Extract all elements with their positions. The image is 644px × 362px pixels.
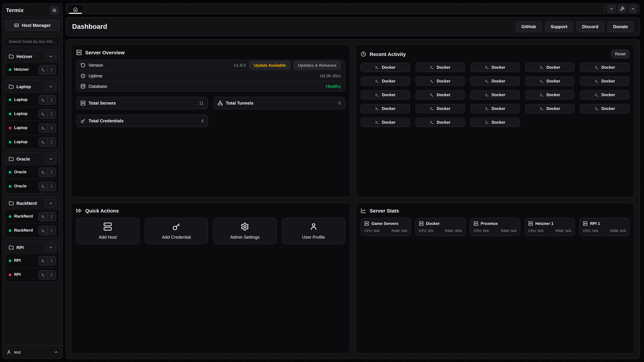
admin-settings-button[interactable]: Admin Settings [213,218,276,244]
host-menu-button[interactable] [47,256,56,265]
host-terminal-button[interactable] [39,65,47,74]
activity-item-button[interactable]: Docker [580,90,630,99]
activity-item-button[interactable]: Docker [525,63,575,72]
host-row[interactable]: Laptop [5,135,59,149]
host-terminal-button[interactable] [39,226,47,235]
activity-item-button[interactable]: Docker [525,104,575,113]
host-menu-button[interactable] [47,226,56,235]
host-menu-button[interactable] [47,123,56,132]
support-button[interactable]: Support [545,21,573,32]
user-profile-button[interactable]: User Profile [282,218,345,244]
donate-button[interactable]: Donate [608,21,634,32]
user-menu[interactable]: test [2,345,62,359]
host-menu-button[interactable] [47,138,56,146]
host-actions [38,167,56,177]
user-icon [309,222,318,231]
line-chart-icon [360,208,366,214]
update-available-button[interactable]: Update Available [250,61,290,69]
host-menu-button[interactable] [47,270,56,279]
host-row[interactable]: RPI [5,253,59,268]
host-row[interactable]: Oracle [5,179,59,193]
activity-item-button[interactable]: Docker [470,118,520,127]
server-icon [583,221,588,226]
host-menu-button[interactable] [47,95,56,104]
host-terminal-button[interactable] [39,123,47,132]
activity-item-button[interactable]: Docker [360,63,410,72]
host-row[interactable]: Laptop [5,92,59,107]
folder-collapse-button[interactable] [45,82,56,91]
activity-item-button[interactable]: Docker [580,63,630,72]
host-search-input[interactable] [5,36,60,46]
folder-header[interactable]: RackNerd [5,197,59,209]
tab-scroll-up-button[interactable] [629,5,637,13]
updates-releases-button[interactable]: Updates & Releases [294,61,341,69]
folder-header[interactable]: Hetzner [5,50,59,62]
activity-item-button[interactable]: Docker [416,63,465,72]
database-icon [80,84,86,89]
host-terminal-button[interactable] [39,138,47,146]
host-actions [38,123,56,133]
terminal-icon [41,126,45,130]
activity-item-button[interactable]: Docker [360,90,410,99]
host-menu-button[interactable] [47,212,56,221]
activity-item-button[interactable]: Docker [416,90,465,99]
discord-button[interactable]: Discord [576,21,604,32]
activity-item-button[interactable]: Docker [580,76,630,86]
host-terminal-button[interactable] [39,212,47,221]
host-terminal-button[interactable] [39,270,47,279]
host-row[interactable]: RPI [5,268,59,282]
host-manager-button[interactable]: Host Manager [5,20,60,31]
host-row[interactable]: Oracle [5,165,59,179]
activity-item-button[interactable]: Docker [580,104,630,113]
folder-collapse-button[interactable] [45,155,56,163]
activity-item-button[interactable]: Docker [360,118,410,127]
host-terminal-button[interactable] [39,182,47,191]
tab-scroll-down-button[interactable] [608,5,616,13]
folder-header[interactable]: Laptop [5,80,59,92]
activity-item-button[interactable]: Docker [525,90,575,99]
tools-button[interactable] [618,5,626,13]
host-menu-button[interactable] [47,182,56,191]
host-menu-button[interactable] [47,65,56,74]
add-host-button[interactable]: Add Host [76,218,139,244]
host-terminal-button[interactable] [39,168,47,176]
host-row[interactable]: RackNerd [5,223,59,237]
activity-item-button[interactable]: Docker [416,76,465,86]
host-actions [38,182,56,191]
host-terminal-button[interactable] [39,109,47,118]
folder-collapse-button[interactable] [45,199,56,207]
activity-item-button[interactable]: Docker [470,76,520,86]
host-row[interactable]: Hetzner [5,62,59,76]
folder-collapse-button[interactable] [45,243,56,252]
activity-item-button[interactable]: Docker [360,76,410,86]
activity-item-button[interactable]: Docker [416,104,465,113]
host-menu-button[interactable] [47,168,56,176]
terminal-icon [41,112,45,116]
folder-collapse-button[interactable] [45,52,56,61]
activity-item-button[interactable]: Docker [360,104,410,113]
folder-header[interactable]: Oracle [5,153,59,165]
host-row[interactable]: RackNerd [5,209,59,223]
host-terminal-button[interactable] [39,95,47,104]
reset-button[interactable]: Reset [611,50,630,58]
host-terminal-button[interactable] [39,256,47,265]
host-menu-button[interactable] [47,109,56,118]
host-row[interactable]: Laptop [5,121,59,135]
host-status-dot [9,68,12,71]
activity-item-button[interactable]: Docker [470,90,520,99]
activity-item-button[interactable]: Docker [470,104,520,113]
activity-item-button[interactable]: Docker [416,118,465,127]
tab-home[interactable] [68,5,83,14]
activity-item-label: Docker [492,120,505,125]
host-row[interactable]: Laptop [5,107,59,121]
stat-tile-cpu: CPU: N/A [474,229,489,233]
activity-item-button[interactable]: Docker [470,63,520,72]
server-stat-tile: Docker CPU: 6% RAM: 30% [415,218,466,236]
activity-item-button[interactable]: Docker [525,76,575,86]
github-button[interactable]: GitHub [516,21,542,32]
folder-header[interactable]: RPI [5,241,59,253]
sidebar-menu-button[interactable] [50,6,59,14]
user-profile-label: User Profile [302,235,325,240]
host-actions [38,137,56,147]
add-credential-button[interactable]: Add Credential [145,218,208,244]
